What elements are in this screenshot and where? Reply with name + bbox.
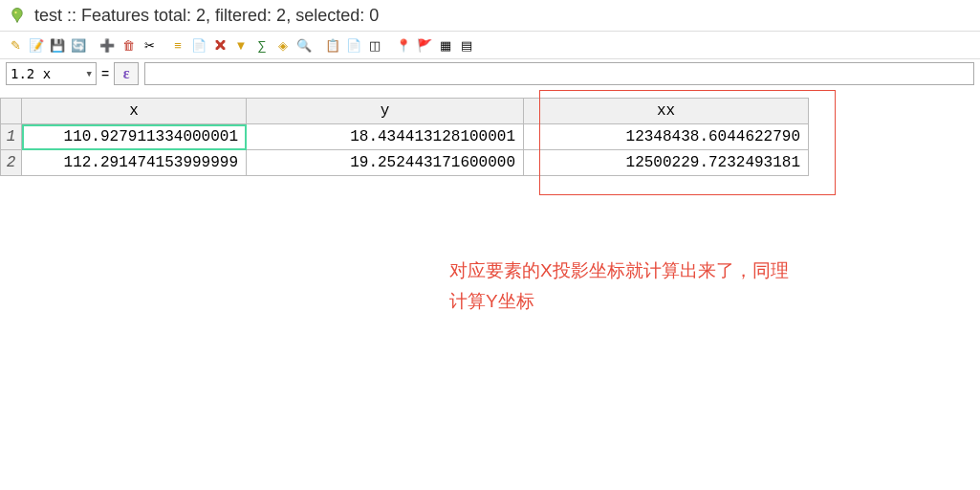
app-logo-icon — [8, 6, 27, 25]
svg-point-0 — [14, 11, 16, 13]
corner-cell[interactable] — [1, 99, 22, 124]
filter-icon[interactable]: ▼ — [231, 35, 250, 55]
dock-icon[interactable]: ◫ — [365, 35, 384, 55]
field-selector-value: 1.2 x — [11, 66, 51, 81]
select-by-expr-icon[interactable]: ∑ — [252, 35, 272, 55]
delete-field-icon[interactable]: 🗙 — [210, 35, 229, 55]
add-feature-icon[interactable]: ➕ — [98, 35, 117, 55]
title-bar: test :: Features total: 2, filtered: 2, … — [0, 0, 980, 31]
save-edits-icon[interactable]: 💾 — [48, 35, 67, 55]
select-equal-icon[interactable]: ≡ — [168, 35, 187, 55]
annotation-text: 对应要素的X投影坐标就计算出来了，同理 计算Y坐标 — [449, 256, 789, 318]
multiedit-icon[interactable]: 📝 — [27, 35, 46, 55]
table-row[interactable]: 2 112.291474153999999 19.252443171600000… — [1, 150, 809, 176]
row-number[interactable]: 2 — [1, 150, 22, 176]
flag-icon[interactable]: 🚩 — [415, 35, 434, 55]
cell-xx[interactable]: 12348438.6044622790 — [524, 124, 809, 150]
cell-xx[interactable]: 12500229.7232493181 — [524, 150, 809, 176]
actions-icon[interactable]: ▦ — [436, 35, 455, 55]
column-header-x[interactable]: x — [22, 99, 247, 124]
conditional-format-icon[interactable]: ▤ — [457, 35, 476, 55]
cell-y[interactable]: 18.434413128100001 — [247, 124, 524, 150]
copy-icon[interactable]: 📋 — [323, 35, 342, 55]
zoom-selected-icon[interactable]: 🔍 — [294, 35, 314, 55]
chevron-down-icon: ▼ — [81, 69, 92, 78]
paste-icon[interactable]: 📄 — [344, 35, 363, 55]
table-row[interactable]: 1 110.927911334000001 18.434413128100001… — [1, 124, 809, 150]
cell-y[interactable]: 19.252443171600000 — [247, 150, 524, 176]
window-title: test :: Features total: 2, filtered: 2, … — [34, 6, 379, 26]
new-field-icon[interactable]: 📄 — [189, 35, 208, 55]
pin-icon[interactable]: 📍 — [394, 35, 413, 55]
row-number[interactable]: 1 — [1, 124, 22, 150]
field-selector[interactable]: 1.2 x ▼ — [6, 62, 97, 85]
cut-features-icon[interactable]: ✂ — [140, 35, 159, 55]
toggle-edit-icon[interactable]: ✎ — [6, 35, 25, 55]
expression-dialog-button[interactable]: ε — [114, 62, 139, 85]
delete-feature-icon[interactable]: 🗑 — [119, 35, 138, 55]
cell-x[interactable]: 110.927911334000001 — [22, 124, 247, 150]
field-calculator-bar: 1.2 x ▼ = ε — [0, 58, 980, 88]
expression-input[interactable] — [144, 62, 974, 85]
table-header-row: x y xx — [1, 99, 809, 124]
column-header-y[interactable]: y — [247, 99, 524, 124]
select-all-icon[interactable]: ◈ — [273, 35, 293, 55]
equals-label: = — [98, 66, 112, 81]
reload-icon[interactable]: 🔄 — [69, 35, 88, 55]
column-header-xx[interactable]: xx — [524, 99, 809, 124]
cell-x[interactable]: 112.291474153999999 — [22, 150, 247, 176]
main-toolbar: ✎ 📝 💾 🔄 ➕ 🗑 ✂ ≡ 📄 🗙 ▼ ∑ ◈ 🔍 📋 📄 ◫ 📍 🚩 ▦ … — [0, 31, 980, 58]
attribute-table-wrap: x y xx 1 110.927911334000001 18.43441312… — [0, 98, 980, 176]
attribute-table: x y xx 1 110.927911334000001 18.43441312… — [0, 98, 809, 176]
